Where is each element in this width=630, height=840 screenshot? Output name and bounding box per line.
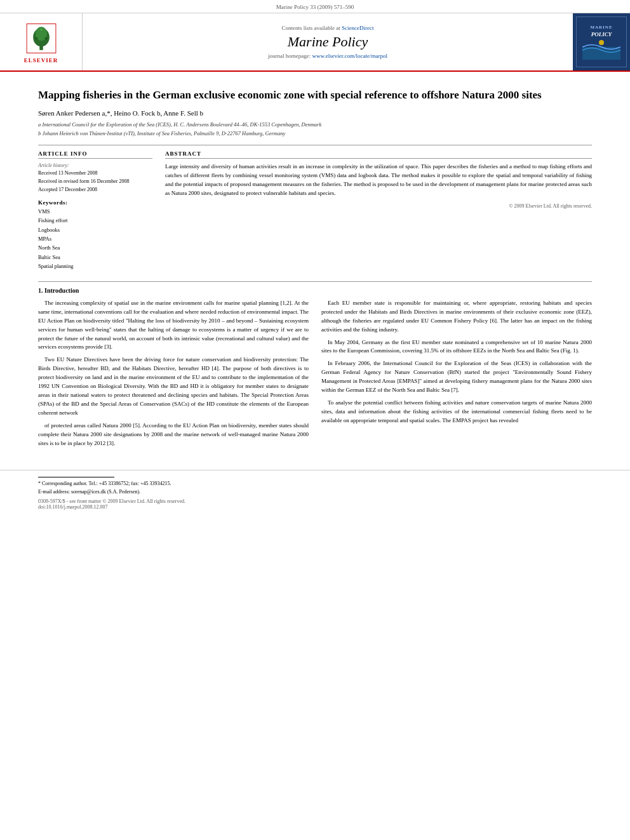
footer-email: E-mail address: sorenap@ices.dk (S.A. Pe… [38, 488, 592, 497]
footer-star-note: * Corresponding author. Tel.: +45 333867… [38, 480, 592, 488]
keyword-spatial-planning: Spatial planning [38, 262, 152, 270]
intro-p3-right: In February 2006, the International Coun… [321, 359, 592, 395]
email-value: sorenap@ices.dk (S.A. Pedersen). [71, 489, 140, 495]
email-label: E-mail address: [38, 489, 70, 495]
journal-homepage: journal homepage: www.elsevier.com/locat… [268, 53, 387, 59]
cover-image-icon [582, 37, 620, 60]
page-wrapper: Marine Policy 33 (2009) 571–590 [0, 0, 630, 840]
keywords-list: VMS Fishing effort Logbooks MPAs North S… [38, 207, 152, 271]
elsevier-logo: ELSEVIER [22, 21, 60, 63]
footer-area: * Corresponding author. Tel.: +45 333867… [0, 470, 630, 510]
elsevier-tree-icon [22, 21, 60, 56]
svg-point-4 [35, 37, 37, 39]
abstract-text: Large intensity and diversity of human a… [165, 163, 592, 198]
star-note-text: * Corresponding author. Tel.: +45 333867… [38, 481, 171, 486]
sciencedirect-link[interactable]: ScienceDirect [342, 25, 373, 31]
intro-p3-left: of protected areas called Natura 2000 [5… [38, 422, 309, 448]
history-label: Article history: [38, 163, 152, 168]
homepage-label: journal homepage: [268, 53, 311, 59]
cover-policy: POLICY [591, 31, 612, 37]
footer-copyright: 0308-597X/$ - see front matter © 2009 El… [38, 498, 592, 504]
article-info-col: ARTICLE INFO Article history: Received 1… [38, 150, 152, 270]
journal-cover-area: MARINE POLICY [573, 13, 630, 70]
info-abstract-area: ARTICLE INFO Article history: Received 1… [38, 150, 592, 270]
sciencedirect-line: Contents lists available at ScienceDirec… [282, 25, 374, 31]
keyword-logbooks: Logbooks [38, 225, 152, 234]
cover-marine: MARINE [590, 25, 612, 30]
section-divider-top [38, 145, 592, 145]
intro-p4-right: To analyse the potential conflict betwee… [321, 399, 592, 425]
body-col-left: The increasing complexity of spatial use… [38, 299, 309, 452]
body-col-right: Each EU member state is responsible for … [321, 299, 592, 452]
journal-top-bar: Marine Policy 33 (2009) 571–590 [0, 0, 630, 13]
article-info-label: ARTICLE INFO [38, 150, 152, 159]
footer-dois: 0308-597X/$ - see front matter © 2009 El… [38, 498, 592, 510]
keyword-mpas: MPAs [38, 234, 152, 243]
keywords-label: Keywords: [38, 199, 152, 206]
journal-title: Marine Policy [288, 34, 368, 50]
section-divider-body [38, 281, 592, 282]
received-date: Received 13 November 2008 [38, 170, 152, 178]
authors-text: Søren Anker Pedersen a,*, Heino O. Fock … [38, 109, 203, 117]
copyright-line: © 2009 Elsevier Ltd. All rights reserved… [165, 203, 592, 209]
intro-p1-left: The increasing complexity of spatial use… [38, 299, 309, 352]
authors-line: Søren Anker Pedersen a,*, Heino O. Fock … [38, 109, 592, 117]
abstract-label: ABSTRACT [165, 150, 592, 159]
svg-point-5 [44, 37, 47, 39]
homepage-link[interactable]: www.elsevier.com/locate/marpol [312, 53, 387, 59]
intro-p2-right: In May 2004, Germany as the first EU mem… [321, 338, 592, 356]
revised-date: Received in revised form 16 December 200… [38, 178, 152, 186]
body-two-col: The increasing complexity of spatial use… [38, 299, 592, 452]
elsevier-text: ELSEVIER [24, 57, 58, 63]
journal-header-center: Contents lists available at ScienceDirec… [83, 13, 573, 70]
accepted-date: Accepted 17 December 2008 [38, 186, 152, 194]
footer-doi: doi:10.1016/j.marpol.2008.12.007 [38, 504, 592, 510]
svg-point-6 [40, 28, 43, 30]
contents-label: Contents lists available at [282, 25, 340, 31]
article-title: Mapping fisheries in the German exclusiv… [38, 88, 592, 103]
svg-point-8 [599, 40, 604, 45]
affil-a: a International Council for the Explorat… [38, 121, 592, 129]
affil-b: b Johann Heinrich von Thünen-Institut (v… [38, 130, 592, 138]
affiliations: a International Council for the Explorat… [38, 121, 592, 138]
main-content: Mapping fisheries in the German exclusiv… [0, 72, 630, 465]
keyword-north-sea: North Sea [38, 243, 152, 252]
elsevier-logo-area: ELSEVIER [0, 13, 83, 70]
journal-header: ELSEVIER Contents lists available at Sci… [0, 13, 630, 72]
journal-volume-info: Marine Policy 33 (2009) 571–590 [276, 4, 354, 10]
intro-p2-left: Two EU Nature Directives have been the d… [38, 356, 309, 418]
abstract-col: ABSTRACT Large intensity and diversity o… [165, 150, 592, 270]
keyword-fishing-effort: Fishing effort [38, 216, 152, 225]
intro-p1-right: Each EU member state is responsible for … [321, 299, 592, 335]
intro-heading: 1. Introduction [38, 287, 592, 294]
footer-divider [38, 477, 114, 477]
keyword-vms: VMS [38, 207, 152, 216]
keyword-baltic-sea: Baltic Sea [38, 253, 152, 262]
journal-cover-box: MARINE POLICY [576, 17, 627, 67]
